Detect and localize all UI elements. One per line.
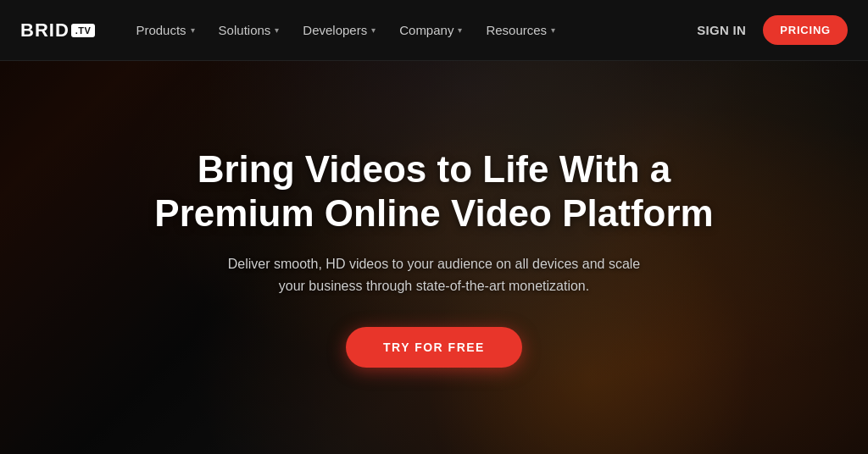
hero-subtitle: Deliver smooth, HD videos to your audien… bbox=[226, 253, 642, 296]
hero-content: Bring Videos to Life With a Premium Onli… bbox=[0, 61, 868, 454]
nav-item-resources[interactable]: Resources ▾ bbox=[476, 16, 565, 44]
chevron-down-icon: ▾ bbox=[191, 25, 195, 35]
nav-item-developers[interactable]: Developers ▾ bbox=[292, 16, 386, 44]
navbar: BRID .TV Products ▾ Solutions ▾ Develope… bbox=[0, 0, 868, 61]
nav-item-company[interactable]: Company ▾ bbox=[389, 16, 472, 44]
nav-right: SIGN IN PRICING bbox=[697, 15, 848, 45]
nav-solutions-label: Solutions bbox=[219, 23, 271, 37]
nav-links: Products ▾ Solutions ▾ Developers ▾ Comp… bbox=[125, 16, 697, 44]
logo-tv-badge: .TV bbox=[71, 24, 96, 37]
chevron-down-icon: ▾ bbox=[275, 25, 279, 35]
logo-brid-text: BRID bbox=[20, 19, 70, 42]
pricing-button[interactable]: PRICING bbox=[763, 15, 848, 45]
sign-in-link[interactable]: SIGN IN bbox=[697, 23, 746, 37]
nav-item-solutions[interactable]: Solutions ▾ bbox=[209, 16, 290, 44]
nav-item-products[interactable]: Products ▾ bbox=[125, 16, 204, 44]
nav-products-label: Products bbox=[136, 23, 186, 37]
nav-resources-label: Resources bbox=[486, 23, 547, 37]
logo[interactable]: BRID .TV bbox=[20, 19, 95, 42]
chevron-down-icon: ▾ bbox=[371, 25, 376, 35]
nav-company-label: Company bbox=[399, 23, 453, 37]
try-for-free-button[interactable]: TRY FOR FREE bbox=[346, 327, 522, 368]
nav-developers-label: Developers bbox=[303, 23, 367, 37]
chevron-down-icon: ▾ bbox=[458, 25, 462, 35]
chevron-down-icon: ▾ bbox=[551, 25, 555, 35]
hero-title: Bring Videos to Life With a Premium Onli… bbox=[146, 147, 722, 237]
